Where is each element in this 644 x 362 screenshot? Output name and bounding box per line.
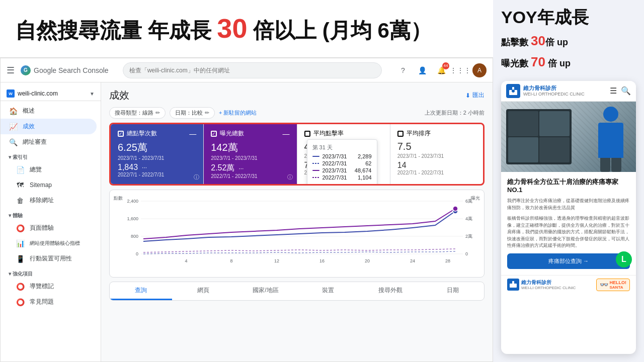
tab-page[interactable]: 網頁 bbox=[172, 282, 234, 300]
metrics-row: 總點擊次數 — 6.25萬 2023/7/1 - 2023/7/31 1,843… bbox=[109, 123, 485, 186]
line-icon[interactable]: L bbox=[616, 251, 632, 267]
medical-xray bbox=[506, 109, 572, 164]
filter-bar: 搜尋類型：線路 ✏ 日期：比較 ✏ + 新駐留的網站 上次更新日期：2 小時前 bbox=[109, 107, 485, 119]
svg-text:2,400: 2,400 bbox=[127, 199, 138, 204]
yoy-title: YOY年成長 bbox=[501, 8, 636, 27]
sidebar-item-breadcrumbs[interactable]: ⭕ 導覽標記 bbox=[1, 279, 101, 294]
tooltip-row-3: 2023/7/31 48,674 bbox=[312, 167, 372, 173]
edit-icon: ✏ bbox=[155, 110, 160, 116]
search-nav-icon[interactable]: 🔍 bbox=[621, 86, 631, 96]
metric-value-clicks: 6.25萬 bbox=[118, 141, 196, 154]
tooltip-dot-1 bbox=[312, 156, 319, 157]
date-filter[interactable]: 日期：比較 ✏ bbox=[170, 107, 215, 119]
sidebar-label-performance: 成效 bbox=[23, 122, 35, 131]
metric-label-clicks: 總點擊次數 bbox=[127, 129, 157, 138]
tab-date[interactable]: 日期 bbox=[422, 282, 484, 300]
account-icon[interactable]: 👤 bbox=[415, 63, 429, 77]
svg-text:28: 28 bbox=[445, 258, 450, 263]
sidebar-item-overview[interactable]: 🏠 概述 bbox=[1, 103, 101, 119]
sidebar-item-removals[interactable]: 🗑 移除網址 bbox=[1, 193, 101, 208]
search-type-filter[interactable]: 搜尋類型：線路 ✏ bbox=[109, 107, 166, 119]
sidebar-item-sitemap[interactable]: 🗺 Sitemap bbox=[1, 177, 101, 193]
clinic-desc-1: 我們專注於全方位疼痛治療，從基礎復健到進階治療及後續疼痛預防，致力於改善病患生活… bbox=[507, 198, 630, 211]
help-icon[interactable]: ? bbox=[396, 63, 410, 77]
top-banner: 自然搜尋流量 年成長 30 倍以上 (月均 6萬） bbox=[0, 0, 493, 58]
breadcrumb-icon: ⭕ bbox=[16, 283, 25, 291]
tab-appearance[interactable]: 搜尋外觀 bbox=[359, 282, 422, 300]
sidebar-item-faq[interactable]: ⭕ 常見問題 bbox=[1, 294, 101, 310]
sidebar-item-mobile[interactable]: 📱 行動裝置可用性 bbox=[1, 251, 101, 266]
tooltip-date-2: 2022/7/31 bbox=[323, 160, 347, 166]
clinic-desc-2: 板橋骨科診所積極強強，透過身的理學檢查與精密的超音波影像，建立正確標準的診斷，提… bbox=[507, 215, 630, 249]
svg-text:8: 8 bbox=[230, 258, 232, 263]
tooltip-date-1: 2023/7/31 bbox=[323, 153, 347, 159]
cta-button[interactable]: 疼痛部位查詢 → bbox=[507, 253, 630, 269]
sidebar-item-url-inspection[interactable]: 🔍 網址審查 bbox=[1, 134, 101, 150]
sidebar-label-page-exp: 頁面體驗 bbox=[30, 224, 54, 232]
tab-query[interactable]: 查詢 bbox=[110, 282, 172, 300]
doctor-silhouette bbox=[593, 107, 628, 172]
metric-value-impressions: 142萬 bbox=[211, 141, 289, 154]
search-input[interactable] bbox=[129, 67, 375, 74]
metric-card-position[interactable]: 平均排序 7.5 2023/7/1 - 2023/7/31 14 2022/7/… bbox=[390, 124, 483, 184]
hello-santa-badge: 👓 HELLO! SANTA bbox=[596, 279, 630, 291]
svg-text:4: 4 bbox=[185, 258, 187, 263]
clinic-logo-svg bbox=[508, 86, 518, 96]
clinic-logo-text: 維力骨科診所 WEI-LI ORTHOPEDIC CLINIC bbox=[523, 85, 585, 97]
tooltip-row-4: 2022/7/31 1,104 bbox=[312, 174, 372, 180]
menu-icon[interactable]: ☰ bbox=[7, 65, 15, 76]
sidebar-item-coverage[interactable]: 📄 總覽 bbox=[1, 162, 101, 177]
metric-label-position: 平均排序 bbox=[407, 129, 431, 138]
sidebar-item-page-experience[interactable]: ⭕ 頁面體驗 bbox=[1, 220, 101, 236]
preview-top-bar: 維力骨科診所 WEI-LI ORTHOPEDIC CLINIC ☰ 🔍 bbox=[501, 81, 636, 102]
sidebar-label-core-vitals: 網站使用體驗核心指標 bbox=[30, 240, 80, 247]
svg-text:12: 12 bbox=[274, 258, 279, 263]
gsc-content: 成效 ⬇ 匯出 搜尋類型：線路 ✏ 日期：比較 ✏ bbox=[101, 82, 493, 361]
export-button[interactable]: ⬇ 匯出 bbox=[465, 91, 485, 100]
clinic-bottom-icon bbox=[507, 279, 519, 291]
add-filter-button[interactable]: + 新駐留的網站 bbox=[219, 109, 257, 117]
gsc-logo: G Google Search Console bbox=[21, 65, 109, 75]
tabs-row: 查詢 網頁 國家/地區 裝置 搜尋外觀 日期 bbox=[109, 282, 485, 301]
svg-text:0: 0 bbox=[465, 251, 468, 256]
sidebar-label-breadcrumbs: 導覽標記 bbox=[30, 282, 54, 291]
yoy-clicks-stat: 點擊數 30倍 up bbox=[501, 31, 636, 52]
xray-panel-3 bbox=[508, 137, 538, 162]
website-preview-card: 維力骨科診所 WEI-LI ORTHOPEDIC CLINIC ☰ 🔍 bbox=[501, 81, 636, 354]
metric-period-clicks: 2023/7/1 - 2023/7/31 bbox=[118, 155, 196, 161]
svg-rect-25 bbox=[512, 281, 514, 285]
glasses-icon: 👓 bbox=[600, 281, 608, 289]
tooltip-value-4: 1,104 bbox=[358, 174, 372, 180]
metric-card-clicks[interactable]: 總點擊次數 — 6.25萬 2023/7/1 - 2023/7/31 1,843… bbox=[111, 124, 204, 184]
download-icon: ⬇ bbox=[465, 92, 470, 99]
tooltip-dot-3 bbox=[312, 170, 319, 171]
svg-text:4萬: 4萬 bbox=[465, 216, 472, 221]
metric-header-ctr: 平均點擊率 bbox=[304, 129, 383, 138]
domain-selector[interactable]: W weili-clinic.com ▼ bbox=[1, 86, 101, 101]
sidebar-item-core-vitals[interactable]: 📊 網站使用體驗核心指標 bbox=[1, 236, 101, 251]
tooltip-row-1: 2023/7/31 2,289 bbox=[312, 153, 372, 159]
metric-checkbox-impressions bbox=[211, 131, 217, 137]
apps-icon[interactable]: ⋮⋮⋮ bbox=[453, 63, 467, 77]
chart-y-right-label: 曝光 bbox=[471, 195, 480, 202]
sidebar-label-url: 網址審查 bbox=[23, 138, 47, 146]
avatar[interactable]: A bbox=[472, 63, 487, 77]
gsc-logo-text: Google Search Console bbox=[34, 66, 109, 74]
bottom-logo-svg bbox=[509, 281, 517, 289]
metric-value-position: 7.5 bbox=[397, 141, 476, 152]
tooltip-value-3: 48,674 bbox=[355, 167, 372, 173]
metric-checkbox-clicks bbox=[118, 131, 124, 137]
metric-card-impressions[interactable]: 曝光總數 — 142萬 2023/7/1 - 2023/7/31 2.52萬 ·… bbox=[204, 124, 297, 184]
gsc-search-bar[interactable] bbox=[123, 62, 382, 78]
page-exp-icon: ⭕ bbox=[16, 224, 25, 232]
tab-device[interactable]: 裝置 bbox=[297, 282, 359, 300]
metric-period-compare-clicks: 2022/7/1 - 2022/7/31 bbox=[118, 172, 196, 177]
notification-icon[interactable]: 🔔 44 bbox=[434, 63, 448, 77]
gsc-sidebar: W weili-clinic.com ▼ 🏠 概述 📈 成效 🔍 網址審查 ▾ … bbox=[1, 82, 101, 361]
yoy-impressions-stat: 曝光數 70 倍 up bbox=[501, 52, 636, 73]
tab-country[interactable]: 國家/地區 bbox=[234, 282, 297, 300]
sidebar-item-performance[interactable]: 📈 成效 bbox=[1, 119, 97, 134]
info-icon-clicks: ⓘ bbox=[194, 173, 199, 181]
hamburger-nav-icon[interactable]: ☰ bbox=[610, 86, 617, 96]
metric-header-position: 平均排序 bbox=[397, 129, 476, 138]
